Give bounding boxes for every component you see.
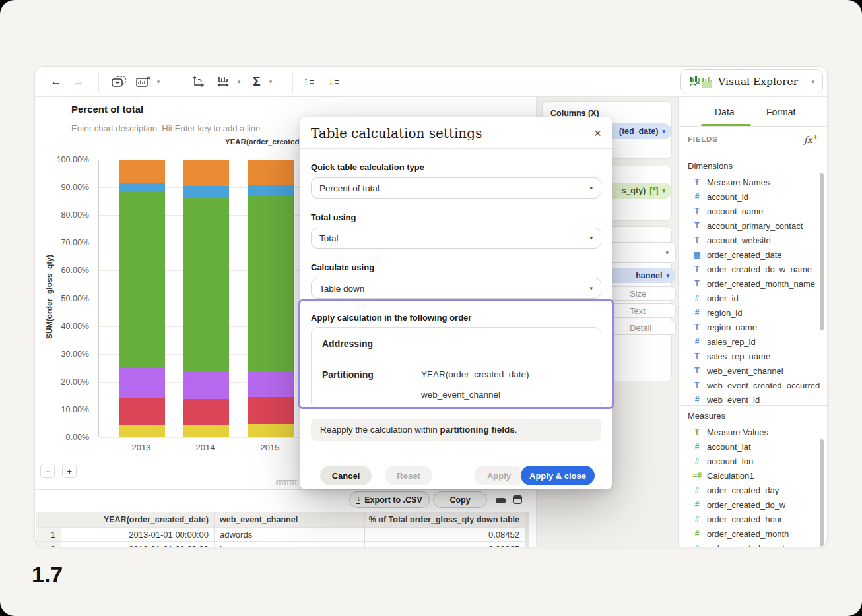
bar-segment-segment-orange[interactable] [119, 160, 165, 183]
swap-axes-button[interactable] [188, 67, 208, 97]
zoom-in-button[interactable]: + [62, 464, 77, 478]
dimension-field-item[interactable]: T web_event_created_occurred... [679, 378, 820, 392]
dimension-field-item[interactable]: T order_created_do_w_name [679, 262, 820, 276]
bar-segment-segment-yellow[interactable] [183, 425, 229, 437]
bar-segment-segment-green[interactable] [119, 191, 165, 366]
measure-field-item[interactable]: # order_created_day [679, 483, 820, 497]
viz-type-selector[interactable]: Visual Explorer ▾ [680, 69, 823, 94]
apply-and-close-button[interactable]: Apply & close [521, 466, 595, 485]
total-using-select[interactable]: Total ▾ [311, 228, 601, 249]
bar-segment-segment-blue[interactable] [119, 183, 165, 192]
chart-description-placeholder[interactable]: Enter chart description. Hit Enter key t… [71, 123, 260, 133]
dimension-field-item[interactable]: T order_created_month_name [679, 276, 820, 291]
sort-descending-button[interactable]: ↓≡ [323, 67, 344, 97]
measure-field-item[interactable]: Ŧ Measure Values [679, 425, 820, 439]
dimension-field-item[interactable]: # web_event_id [679, 392, 820, 403]
measure-field-item[interactable]: # order_created_do_w [679, 497, 820, 512]
bar-segment-segment-purple[interactable] [119, 367, 165, 398]
pill-caret-icon: ▾ [662, 187, 665, 194]
number-field-icon: # [692, 442, 702, 451]
sort-asc-arrow-icon: ↑ [303, 75, 309, 88]
bar-segment-segment-blue[interactable] [248, 185, 294, 196]
dimension-field-item[interactable]: # sales_rep_id [679, 334, 820, 349]
zoom-out-button[interactable]: − [40, 464, 55, 478]
back-button[interactable]: ← [48, 67, 64, 97]
measure-field-item[interactable]: # order_created_quarter [679, 541, 820, 547]
export-csv-button[interactable]: ↓ Export to .CSV [349, 491, 430, 508]
export-csv-label: Export to .CSV [364, 495, 422, 505]
dimension-field-item[interactable]: T account_website [679, 233, 820, 247]
measure-field-item[interactable]: # order_created_month [679, 526, 820, 541]
measure-field-item[interactable]: =# Calculation1 [679, 468, 820, 483]
add-calculation-button[interactable]: ƒx+ [804, 133, 818, 145]
measure-field-item[interactable]: # order_created_hour [679, 512, 820, 526]
modal-footer: Cancel Reset Apply Apply & close [311, 466, 601, 485]
bar-segment-segment-blue[interactable] [183, 186, 229, 198]
collapse-results-icon[interactable] [496, 498, 506, 503]
bar-segment-segment-red[interactable] [183, 399, 229, 425]
text-field-icon: T [692, 323, 702, 332]
apply-order-box: Addressing Partitioning YEAR(order_creat… [311, 327, 601, 409]
bar-segment-segment-red[interactable] [119, 398, 165, 425]
bar-segment-segment-orange[interactable] [183, 160, 229, 186]
dimension-field-item[interactable]: ▦ order_created_date [679, 247, 820, 262]
y-tick-label: 90.00% [61, 183, 89, 192]
y-axis-ticks: 100.00%90.00%80.00%70.00%60.00%50.00%40.… [35, 160, 93, 437]
bar-segment-segment-orange[interactable] [248, 160, 294, 185]
aggregate-button[interactable]: Σ [249, 67, 265, 97]
toolbar-divider [183, 72, 183, 92]
measure-field-item[interactable]: # account_lon [679, 454, 820, 468]
dimension-field-item[interactable]: T sales_rep_name [679, 349, 820, 363]
dimension-field-item[interactable]: # account_id [679, 189, 820, 204]
bar-width-caret[interactable]: ▾ [234, 67, 244, 97]
forward-button[interactable]: → [71, 67, 86, 97]
chart-title[interactable]: Percent of total [71, 104, 143, 115]
dimension-field-item[interactable]: T web_event_channel [679, 363, 820, 378]
measure-field-item[interactable]: # account_lat [679, 439, 820, 454]
duplicate-chart-button[interactable] [109, 67, 129, 97]
channel-cell: banner [215, 542, 365, 547]
dimension-field-item[interactable]: T account_primary_contact [679, 218, 820, 233]
dimensions-header: Dimensions [688, 161, 733, 171]
apply-order-label: Apply calculation in the following order [311, 313, 601, 323]
cancel-button[interactable]: Cancel [320, 466, 372, 485]
aggregate-caret[interactable]: ▾ [266, 67, 275, 97]
calc-type-select[interactable]: Percent of total ▾ [311, 177, 601, 199]
sort-lines-icon: ≡ [334, 77, 339, 87]
dimension-field-item[interactable]: T account_name [679, 204, 820, 218]
bar-width-button[interactable] [215, 67, 233, 97]
dimensions-scrollbar-thumb[interactable] [820, 173, 824, 330]
sort-ascending-button[interactable]: ↑≡ [298, 67, 319, 97]
expand-results-icon[interactable] [513, 495, 522, 504]
close-icon[interactable]: × [594, 127, 601, 139]
bar-segment-segment-green[interactable] [183, 198, 229, 371]
table-scrollbar[interactable] [525, 512, 529, 547]
dimension-field-item[interactable]: # region_id [679, 305, 820, 320]
partitioning-value: web_event_channel [421, 390, 529, 400]
bar-segment-segment-red[interactable] [248, 397, 294, 423]
number-field-icon: # [692, 485, 702, 495]
text-field-icon: T [692, 206, 702, 216]
field-label: web_event_created_occurred... [707, 381, 820, 390]
dimension-field-item[interactable]: Ŧ Measure Names [679, 175, 820, 189]
dimension-field-item[interactable]: T region_name [679, 320, 820, 334]
chart-column-axis-header: YEAR(order_created_d [225, 138, 308, 146]
calculate-using-select[interactable]: Table down ▾ [311, 278, 601, 299]
bar-segment-segment-purple[interactable] [248, 371, 294, 397]
horizontal-scrollbar-thumb[interactable] [276, 480, 298, 485]
tab-format[interactable]: Format [766, 97, 795, 127]
copy-button[interactable]: Copy [433, 491, 487, 508]
percent-cell: 0.08452 [365, 528, 525, 541]
dimension-field-item[interactable]: # order_id [679, 291, 820, 305]
bar-segment-segment-yellow[interactable] [248, 424, 294, 437]
reset-button[interactable]: Reset [385, 466, 432, 485]
bar-segment-segment-green[interactable] [248, 196, 294, 371]
field-label: order_created_quarter [707, 543, 792, 548]
measures-scrollbar-thumb[interactable] [820, 439, 824, 547]
tab-data[interactable]: Data [715, 97, 735, 127]
apply-button[interactable]: Apply [474, 466, 524, 485]
bar-segment-segment-yellow[interactable] [119, 425, 165, 437]
remove-chart-caret[interactable]: ▾ [154, 67, 163, 97]
bar-segment-segment-purple[interactable] [183, 371, 229, 399]
remove-chart-button[interactable] [134, 67, 152, 97]
